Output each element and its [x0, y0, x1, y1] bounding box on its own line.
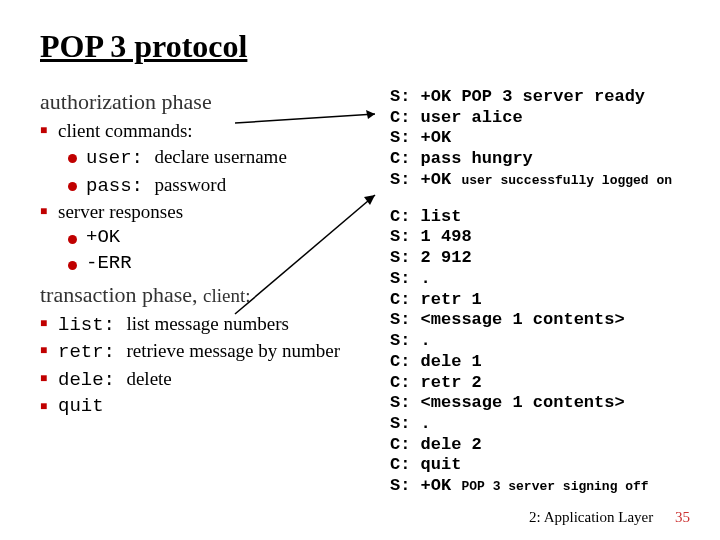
footer: 2: Application Layer 35: [529, 509, 690, 526]
bullet-quit-cmd: ■ quit: [40, 395, 360, 419]
bullet-retr-cmd: ■ retr: retrieve message by number: [40, 339, 360, 365]
bullet-text: server responses: [58, 200, 183, 224]
bullet-text: user: declare username: [86, 145, 287, 171]
square-bullet-icon: ■: [40, 123, 58, 138]
bullet-client-commands: ■ client commands:: [40, 119, 360, 143]
square-bullet-icon: ■: [40, 399, 58, 414]
subhead-transaction: transaction phase, client:: [40, 282, 360, 308]
bullet-text: dele: delete: [58, 367, 172, 393]
bullet-text: quit: [58, 395, 104, 419]
square-bullet-icon: ■: [40, 316, 58, 331]
circle-bullet-icon: [68, 145, 86, 169]
bullet-text: -ERR: [86, 252, 132, 276]
bullet-text: pass: password: [86, 173, 226, 199]
bullet-text: retr: retrieve message by number: [58, 339, 340, 365]
slide: POP 3 protocol authorization phase ■ cli…: [0, 0, 720, 540]
terminal-transaction-block: C: list S: 1 498 S: 2 912 S: . C: retr 1…: [390, 207, 700, 497]
square-bullet-icon: ■: [40, 204, 58, 219]
subhead-authorization: authorization phase: [40, 89, 360, 115]
terminal-auth-block: S: +OK POP 3 server ready C: user alice …: [390, 87, 700, 191]
bullet-server-responses: ■ server responses: [40, 200, 360, 224]
bullet-text: +OK: [86, 226, 120, 250]
footer-chapter: 2: Application Layer: [529, 509, 653, 525]
right-column: S: +OK POP 3 server ready C: user alice …: [360, 83, 700, 497]
square-bullet-icon: ■: [40, 343, 58, 358]
slide-title: POP 3 protocol: [40, 28, 700, 65]
bullet-list-cmd: ■ list: list message numbers: [40, 312, 360, 338]
bullet-err: -ERR: [68, 252, 360, 276]
footer-page-number: 35: [675, 509, 690, 525]
circle-bullet-icon: [68, 173, 86, 197]
bullet-user: user: declare username: [68, 145, 360, 171]
left-column: authorization phase ■ client commands: u…: [40, 83, 360, 421]
bullet-dele-cmd: ■ dele: delete: [40, 367, 360, 393]
circle-bullet-icon: [68, 226, 86, 250]
square-bullet-icon: ■: [40, 371, 58, 386]
bullet-text: client commands:: [58, 119, 193, 143]
bullet-ok: +OK: [68, 226, 360, 250]
bullet-pass: pass: password: [68, 173, 360, 199]
columns: authorization phase ■ client commands: u…: [40, 83, 700, 497]
bullet-text: list: list message numbers: [58, 312, 289, 338]
circle-bullet-icon: [68, 252, 86, 276]
